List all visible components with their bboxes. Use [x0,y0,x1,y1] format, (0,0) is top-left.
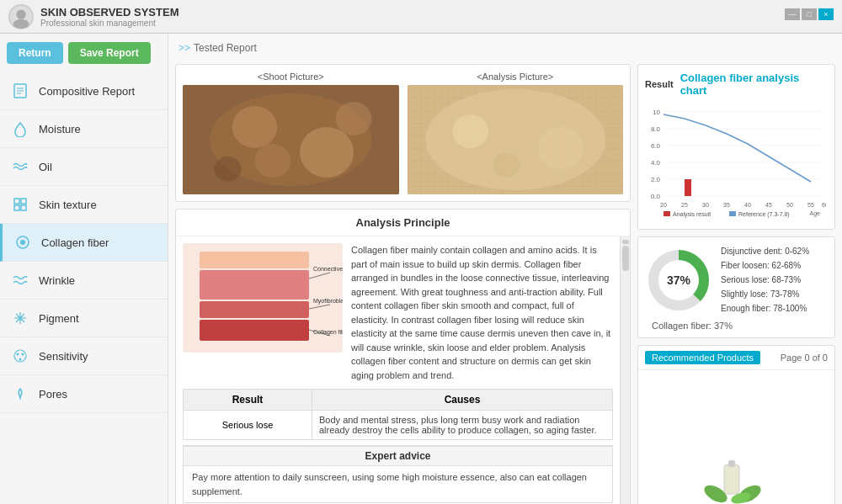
sidebar-buttons: Return Save Report [0,34,168,72]
drop-icon [10,119,30,139]
sidebar-item-moisture-label: Moisture [39,123,81,135]
svg-point-28 [452,114,488,148]
svg-text:55: 55 [807,202,814,208]
sidebar-item-pigment-label: Pigment [39,312,79,325]
sensitivity-icon [10,346,30,366]
shoot-label: <Shoot Picture> [258,72,324,82]
sidebar-item-sensitivity[interactable]: Sensitivity [0,337,168,375]
svg-rect-32 [200,252,309,268]
svg-point-15 [22,353,24,356]
images-row: <Shoot Picture> [175,64,631,202]
svg-text:8.0: 8.0 [651,125,661,133]
svg-point-20 [232,106,277,148]
svg-rect-67 [729,211,736,216]
results-table-wrapper: Result Causes Serious lose Body and ment… [176,389,620,445]
products-page: Page 0 of 0 [781,353,828,363]
legend-item-3: Slightly lose: 73-78% [721,287,809,301]
sidebar-item-oil[interactable]: Oil [0,148,168,186]
minimize-button[interactable]: — [785,8,800,20]
wave-icon [10,157,30,177]
svg-rect-7 [14,199,19,204]
grid-icon [10,194,30,215]
save-report-button[interactable]: Save Report [68,42,151,64]
scroll-bar[interactable] [620,236,630,504]
legend-item-4: Enough fiber: 78-100% [721,301,809,316]
chart-title: Collagen fiber analysis chart [680,72,828,97]
sidebar-item-compositive[interactable]: Compositive Report [0,72,168,110]
legend-item-2: Serious lose: 68-73% [721,273,809,287]
svg-text:60: 60 [822,202,826,208]
svg-rect-33 [200,270,309,300]
collagen-info: 37% Disjunctive dent: 0-62% Fiber loosen… [637,236,835,338]
close-button[interactable]: × [818,8,834,20]
sidebar-item-wrinkle-label: Wrinkle [39,274,75,287]
svg-point-14 [17,353,19,356]
result-value: Serious lose [184,411,312,440]
sidebar-item-collagen-fiber[interactable]: Collagen fiber [0,224,168,262]
app-logo [8,4,34,29]
right-panel: Result Collagen fiber analysis chart 10 … [637,64,835,504]
pores-icon [10,384,30,404]
breadcrumb: >> Tested Report [175,40,835,57]
sidebar-item-pigment[interactable]: Pigment [0,300,168,337]
maximize-button[interactable]: □ [802,8,817,20]
svg-rect-34 [200,301,309,318]
svg-point-2 [13,19,29,28]
analysis-body: Connective tissue Myofibroblasts Collage… [176,236,620,389]
svg-text:6.0: 6.0 [651,142,661,150]
sidebar-item-skin-texture[interactable]: Skin texture [0,186,168,224]
analysis-image [408,85,624,194]
legend-item-1: Fiber loosen: 62-68% [721,258,809,273]
sidebar-item-skin-texture-label: Skin texture [39,199,97,211]
svg-text:Analysis result: Analysis result [673,211,711,218]
svg-rect-72 [728,460,735,467]
collagen-icon [13,232,33,252]
products-box: Recommended Products Page 0 of 0 [637,345,835,504]
sidebar-item-oil-label: Oil [39,161,52,173]
expert-sections: Expert advice Pay more attention to dail… [176,445,620,504]
legend-item-0: Disjunctive dent: 0-62% [721,244,809,258]
analysis-description: Collagen fiber mainly contain collagen a… [351,243,613,382]
sidebar-item-wrinkle[interactable]: Wrinkle [0,262,168,300]
svg-text:45: 45 [765,202,772,208]
sidebar-item-moisture[interactable]: Moisture [0,110,168,148]
svg-point-23 [214,157,241,182]
app-subtitle: Professional skin management [40,19,179,28]
svg-point-24 [336,102,372,135]
svg-point-29 [537,127,582,169]
product-illustration [695,452,779,504]
svg-text:10: 10 [653,109,660,116]
svg-text:0.0: 0.0 [651,193,661,200]
svg-text:35: 35 [723,202,730,208]
expert-advice-content: Pay more attention to daily sunscreen, u… [184,466,612,502]
return-button[interactable]: Return [7,42,63,64]
svg-point-30 [493,152,520,178]
content-area: >> Tested Report <Shoot Picture> [168,34,842,504]
donut-chart: 37% [645,247,712,314]
wave2-icon [10,270,30,290]
analysis-picture-box: <Analysis Picture> [408,72,624,194]
svg-point-22 [255,144,291,178]
donut-percentage: 37% [667,273,690,287]
app-title: SKIN OBSERVED SYSTEM [40,6,179,19]
svg-rect-71 [724,464,739,494]
breadcrumb-page: Tested Report [194,42,257,54]
svg-text:Collagen fiber: Collagen fiber [313,329,343,336]
products-header: Recommended Products Page 0 of 0 [638,346,834,370]
snowflake-icon [10,308,30,328]
scroll-thumb[interactable] [622,246,629,271]
svg-rect-10 [21,205,26,210]
left-panel: <Shoot Picture> [175,64,631,504]
chart-box: Result Collagen fiber analysis chart 10 … [637,64,835,230]
expert-advice-title: Expert advice [184,446,612,466]
sidebar-item-pores[interactable]: Pores [0,375,168,413]
sidebar-item-collagen-label: Collagen fiber [41,236,109,249]
main-layout: Return Save Report Compositive Report Mo… [0,34,842,504]
collagen-percent-label: Collagen fiber: 37% [645,321,733,331]
analysis-label: <Analysis Picture> [477,72,553,82]
chart-header: Result Collagen fiber analysis chart [645,72,828,97]
donut-area: 37% Disjunctive dent: 0-62% Fiber loosen… [645,244,828,316]
title-bar: SKIN OBSERVED SYSTEM Professional skin m… [0,0,842,34]
no-products-area: No Related Products [638,370,834,504]
result-header: Result [184,390,312,411]
